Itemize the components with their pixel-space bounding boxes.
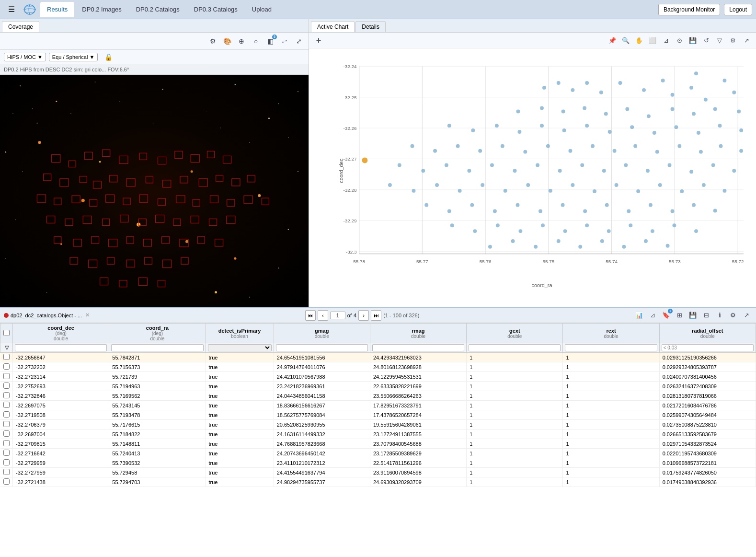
row-checkbox[interactable] — [3, 392, 10, 398]
row-checkbox[interactable] — [3, 383, 10, 389]
row-checkbox[interactable] — [3, 421, 10, 427]
zoom-in-icon[interactable]: 🔍 — [620, 35, 631, 46]
filter-detect-isprimary-select[interactable]: truefalse — [208, 344, 272, 351]
table-badge-icon[interactable]: 🔖 1 — [660, 310, 672, 321]
table-panel: dp02_dc2_catalogs.Object - ... ✕ ⏮ ‹ of … — [0, 307, 756, 557]
filter-rext[interactable] — [565, 344, 657, 351]
pin-icon[interactable]: 📌 — [607, 35, 618, 46]
coverage-tab[interactable]: Coverage — [2, 21, 39, 32]
filter-radial-offset[interactable] — [662, 344, 754, 351]
table-row[interactable]: -32.265684755.7842871true24.654519510815… — [0, 353, 756, 362]
table-row[interactable]: -32.271950855.7193478true18.562757757690… — [0, 410, 756, 420]
nav-tab-dp02catalogs[interactable]: DP0.2 Catalogs — [129, 2, 186, 17]
hips-dropdown[interactable]: HiPS / MOC ▼ — [4, 53, 46, 61]
expand-icon[interactable]: ⤢ — [293, 35, 305, 47]
row-checkbox[interactable] — [3, 363, 10, 370]
zoom-select-icon[interactable]: ⊕ — [236, 35, 247, 47]
table-cell: 24.41554491637794 — [274, 468, 370, 477]
svg-point-216 — [504, 189, 507, 193]
nav-tab-results[interactable]: Results — [40, 2, 74, 17]
filter2-icon[interactable]: ▽ — [714, 35, 725, 46]
circle-select-icon[interactable]: ○ — [250, 35, 262, 47]
table-tab-text: dp02_dc2_catalogs.Object - ... — [11, 313, 82, 318]
svg-rect-56 — [180, 176, 188, 183]
svg-point-142 — [694, 71, 698, 75]
hamburger-menu[interactable]: ☰ — [4, 2, 19, 17]
svg-rect-54 — [146, 176, 153, 183]
layers-icon[interactable]: ◧ 5 — [264, 35, 276, 47]
lock-icon[interactable]: 🔒 — [103, 51, 114, 63]
row-checkbox[interactable] — [3, 440, 10, 446]
nav-tab-dp02images[interactable]: DP0.2 Images — [75, 2, 128, 17]
row-checkbox[interactable] — [3, 469, 10, 475]
table-row[interactable]: -32.272311455.721739true24.4210107056798… — [0, 372, 756, 382]
svg-rect-90 — [126, 237, 134, 244]
table-row[interactable]: -32.273284655.7169562true24.044348560411… — [0, 391, 756, 401]
svg-rect-40 — [103, 150, 110, 156]
selection-icon[interactable]: ⬜ — [647, 35, 658, 46]
background-monitor-button[interactable]: Background Monitor — [658, 4, 720, 15]
select-all-checkbox[interactable] — [3, 330, 10, 336]
table-cell: 55.7243145 — [109, 401, 206, 410]
col-header-coord-dec: coord_dec(deg)double — [13, 324, 109, 343]
filter-chart-icon[interactable]: ⊿ — [660, 35, 672, 46]
row-checkbox[interactable] — [3, 478, 10, 485]
svg-point-146 — [571, 88, 574, 92]
filter-gmag[interactable] — [276, 344, 368, 351]
chart-panel: Active Chart Details + 📌 🔍 ✋ ⬜ ⊿ ⊙ 💾 ↺ ▽ — [309, 19, 756, 307]
expand-chart-icon[interactable]: ↗ — [741, 35, 752, 46]
table-cell: -32.2727959 — [13, 468, 109, 477]
select-all-header[interactable] — [0, 324, 13, 343]
filter-coord-ra[interactable] — [111, 344, 203, 351]
table-row[interactable]: -32.269707555.7243145true18.836661566162… — [0, 401, 756, 410]
row-checkbox[interactable] — [3, 373, 10, 379]
svg-rect-51 — [93, 181, 101, 188]
table-cell: 1 — [467, 429, 563, 439]
table-row[interactable]: -32.272995955.7390532true23.411012101723… — [0, 458, 756, 468]
svg-text:55.78: 55.78 — [353, 259, 365, 264]
projection-dropdown[interactable]: Equ / Spherical ▼ — [49, 53, 98, 61]
table-cell: 1 — [563, 449, 659, 458]
tools-icon[interactable]: ⚙ — [207, 35, 218, 47]
svg-rect-59 — [232, 179, 240, 186]
table-row[interactable]: -32.271664255.7240413true24.207436964501… — [0, 449, 756, 458]
row-checkbox[interactable] — [3, 450, 10, 456]
table-tab[interactable]: dp02_dc2_catalogs.Object - ... ✕ — [4, 312, 91, 319]
svg-rect-39 — [84, 152, 92, 159]
row-checkbox[interactable] — [3, 354, 10, 360]
image-canvas[interactable] — [0, 75, 309, 307]
row-checkbox[interactable] — [3, 402, 10, 408]
svg-point-249 — [644, 239, 648, 243]
logout-button[interactable]: Logout — [724, 4, 752, 15]
table-row[interactable]: -32.272795955.729458true24.4155449163779… — [0, 468, 756, 477]
table-row[interactable]: -32.270637955.7176615true20.652081259309… — [0, 420, 756, 429]
table-row[interactable]: -32.272143855.7294703true24.982947359557… — [0, 477, 756, 487]
pan-icon[interactable]: ✋ — [633, 35, 645, 46]
restore-icon[interactable]: ⊙ — [674, 35, 685, 46]
connector-icon[interactable]: ⇌ — [279, 35, 290, 47]
table-cell: 23.17285509389629 — [370, 449, 466, 458]
table-row[interactable]: -32.273220255.7156373true24.979147640110… — [0, 362, 756, 372]
filter-coord-dec[interactable] — [15, 344, 107, 351]
row-checkbox[interactable] — [3, 411, 10, 418]
active-chart-tab[interactable]: Active Chart — [311, 21, 355, 32]
nav-tab-dp03catalogs[interactable]: DP0.3 Catalogs — [187, 2, 244, 17]
reset-icon[interactable]: ↺ — [700, 35, 712, 46]
row-checkbox[interactable] — [3, 430, 10, 437]
filter-gext[interactable] — [469, 344, 561, 351]
close-table-tab-button[interactable]: ✕ — [84, 312, 91, 319]
layer-icon[interactable]: 🎨 — [221, 35, 233, 47]
svg-rect-99 — [126, 260, 135, 267]
table-row[interactable]: -32.270981555.7148811true24.768819578236… — [0, 439, 756, 449]
settings-icon[interactable]: ⚙ — [727, 35, 739, 46]
row-checkbox[interactable] — [3, 459, 10, 465]
table-row[interactable]: -32.269700455.7184822true24.163161144993… — [0, 429, 756, 439]
nav-tab-upload[interactable]: Upload — [245, 2, 278, 17]
filter-rmag[interactable] — [372, 344, 464, 351]
filter-toggle-icon[interactable]: ▽ — [5, 345, 9, 350]
table-row[interactable]: -32.275269355.7194963true23.242182369693… — [0, 382, 756, 391]
add-chart-button[interactable]: + — [313, 35, 324, 46]
details-tab[interactable]: Details — [355, 21, 386, 32]
svg-point-255 — [511, 239, 515, 243]
save-chart-icon[interactable]: 💾 — [687, 35, 699, 46]
